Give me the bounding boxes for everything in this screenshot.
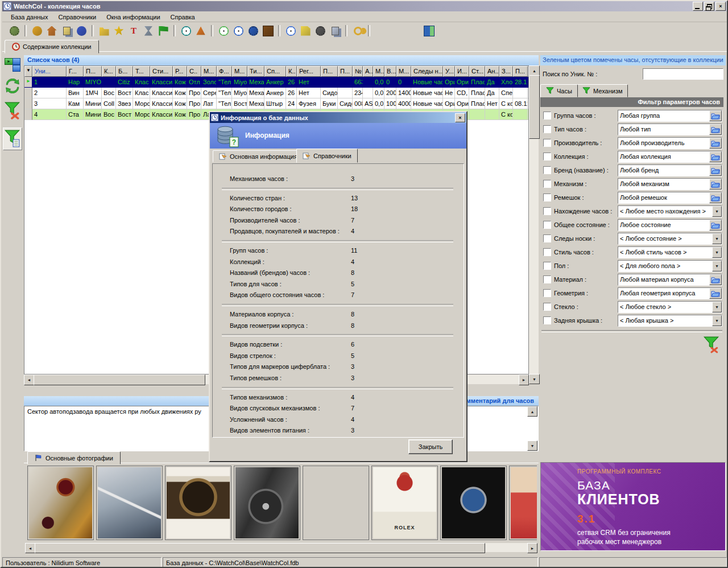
close-dialog-button[interactable]: Закрыть xyxy=(408,439,453,454)
filter-checkbox[interactable] xyxy=(543,316,551,324)
restore-button[interactable] xyxy=(704,2,714,11)
title-bar[interactable]: WatchCol - коллекция часов × xyxy=(2,1,727,11)
tab-collection-contents[interactable]: Содержание коллекции xyxy=(5,40,99,53)
filter-value-field[interactable]: Любая геометрия корпуса xyxy=(618,287,722,299)
column-header-15[interactable]: К.. xyxy=(286,66,297,77)
filter-checkbox[interactable] xyxy=(543,166,551,174)
filter-checkbox[interactable] xyxy=(543,303,551,311)
filter-checkbox[interactable] xyxy=(543,180,551,188)
filter-value-field[interactable]: < Любое место нахождения >▼ xyxy=(618,205,722,217)
folder-lookup-button[interactable] xyxy=(709,274,722,285)
photo-thumbnail-4[interactable] xyxy=(234,466,300,540)
column-header-10[interactable]: М... xyxy=(201,66,217,77)
apply-filter-clear-button[interactable] xyxy=(703,336,720,355)
folder-lookup-button[interactable] xyxy=(709,110,722,121)
exit-door-button[interactable] xyxy=(422,24,436,38)
scroll-down-icon[interactable]: ▼ xyxy=(529,374,540,384)
text-format-button[interactable]: T xyxy=(127,24,140,38)
scroll-left-icon[interactable]: ◄ xyxy=(25,543,35,553)
column-header-12[interactable]: М... xyxy=(232,66,247,77)
filter-value-field[interactable]: Любой механизм xyxy=(618,178,722,190)
column-header-26[interactable]: И... xyxy=(455,66,469,77)
filter-value-field[interactable]: < Любое стекло >▼ xyxy=(618,301,722,313)
table-vertical-scrollbar[interactable]: ▲ ▼ xyxy=(529,65,539,384)
photo-thumbnail-7[interactable] xyxy=(440,466,507,540)
filter-value-field[interactable]: Любой ремешок xyxy=(618,192,722,204)
column-header-30[interactable]: П... xyxy=(513,66,528,77)
column-header-25[interactable]: У... xyxy=(443,66,455,77)
wheel-blue-button[interactable] xyxy=(246,24,260,38)
table-row-1[interactable]: ►1НарMIYOCitizКласКлассиКожОтлЗоло"ТелMi… xyxy=(24,77,528,88)
filter-clear-button[interactable] xyxy=(5,101,20,121)
column-header-2[interactable]: Г... xyxy=(67,66,84,77)
document-settings-button[interactable] xyxy=(299,24,312,38)
menu-item-4[interactable]: Справка xyxy=(166,13,200,22)
column-header-6[interactable]: Т... xyxy=(133,66,150,77)
unique-number-search-input[interactable] xyxy=(643,68,723,80)
filter-checkbox[interactable] xyxy=(543,207,551,215)
scroll-right-icon[interactable]: ► xyxy=(527,543,537,553)
tab-references[interactable]: Справочники xyxy=(296,149,358,163)
folder-lookup-button[interactable] xyxy=(709,151,722,162)
folder-lookup-button[interactable] xyxy=(709,124,722,135)
filter-checkbox[interactable] xyxy=(543,139,551,147)
hourglass-button[interactable] xyxy=(142,24,155,38)
dropdown-button[interactable]: ▼ xyxy=(712,247,722,258)
scroll-down-icon[interactable]: ▼ xyxy=(527,441,537,451)
folder-lookup-button[interactable] xyxy=(709,288,722,299)
folder-lookup-button[interactable] xyxy=(709,165,722,176)
column-header-18[interactable]: П... xyxy=(338,66,353,77)
filter-checkbox[interactable] xyxy=(543,262,551,270)
column-header-16[interactable]: Рег... xyxy=(297,66,321,77)
filter-checkbox[interactable] xyxy=(543,275,551,283)
filter-checkbox[interactable] xyxy=(543,153,551,160)
column-header-20[interactable]: А.. xyxy=(363,66,373,77)
filter-checkbox[interactable] xyxy=(543,248,551,256)
column-header-1[interactable]: Уни... xyxy=(32,66,67,77)
filter-value-field[interactable]: < Для любого пола >▼ xyxy=(618,260,722,272)
column-header-22[interactable]: В... xyxy=(384,66,396,77)
filter-checkbox[interactable] xyxy=(543,194,551,201)
photo-thumbnail-5[interactable] xyxy=(303,466,369,540)
globe-button[interactable] xyxy=(30,24,44,38)
dialog-close-button[interactable]: × xyxy=(455,113,465,122)
column-header-21[interactable]: М.. xyxy=(373,66,384,77)
photo-thumbnail-2[interactable] xyxy=(96,466,163,540)
column-header-28[interactable]: Ан... xyxy=(485,66,499,77)
menu-item-1[interactable]: База данных xyxy=(6,13,53,22)
filter-report-button[interactable] xyxy=(3,127,22,150)
table-row-3[interactable]: 3КамМиниCollЗвезМорсКлассиКожПроЛат"ТелВ… xyxy=(24,98,528,109)
column-header-11[interactable]: Ф... xyxy=(217,66,232,77)
copy-pages-button[interactable] xyxy=(60,24,73,38)
scroll-thumb[interactable] xyxy=(35,543,485,553)
column-header-29[interactable]: З... xyxy=(499,66,513,77)
folder-lookup-button[interactable] xyxy=(709,192,722,203)
record-navigator-button[interactable]: ► xyxy=(5,58,20,72)
watch-teal-button[interactable] xyxy=(179,24,193,38)
menu-item-3[interactable]: Окна информации xyxy=(101,13,165,22)
folder-lookup-button[interactable] xyxy=(709,138,722,149)
comment-scrollbar[interactable]: ▲ ▼ xyxy=(527,406,537,451)
photos-scrollbar[interactable]: ◄ ► xyxy=(25,543,537,552)
dropdown-button[interactable]: ▼ xyxy=(712,302,722,312)
filter-checkbox[interactable] xyxy=(543,112,551,120)
column-header-4[interactable]: К... xyxy=(102,66,116,77)
filter-checkbox[interactable] xyxy=(543,221,551,229)
dialog-title-bar[interactable]: Информация о базе данных × xyxy=(210,112,466,123)
chest-button[interactable] xyxy=(261,24,275,38)
filter-value-field[interactable]: Любой производитель xyxy=(618,137,722,149)
filter-value-field[interactable]: Любая коллекция xyxy=(618,151,722,163)
users-button[interactable] xyxy=(75,24,88,38)
filter-value-field[interactable]: Любое состояние xyxy=(618,219,722,231)
filter-checkbox[interactable] xyxy=(543,125,551,133)
folder-lookup-button[interactable] xyxy=(709,179,722,190)
photo-thumbnail-8[interactable] xyxy=(509,466,537,540)
column-header-24[interactable]: Следы н... xyxy=(411,66,443,77)
tab-mechanism-filter[interactable]: Механизм xyxy=(577,84,628,97)
column-header-19[interactable]: № xyxy=(353,66,363,77)
key-button[interactable] xyxy=(351,24,365,38)
scroll-left-icon[interactable]: ◄ xyxy=(24,374,34,385)
flag-green-button[interactable] xyxy=(156,24,170,38)
dropdown-button[interactable]: ▼ xyxy=(712,315,722,326)
tab-watches-filter[interactable]: Часы xyxy=(540,84,578,97)
